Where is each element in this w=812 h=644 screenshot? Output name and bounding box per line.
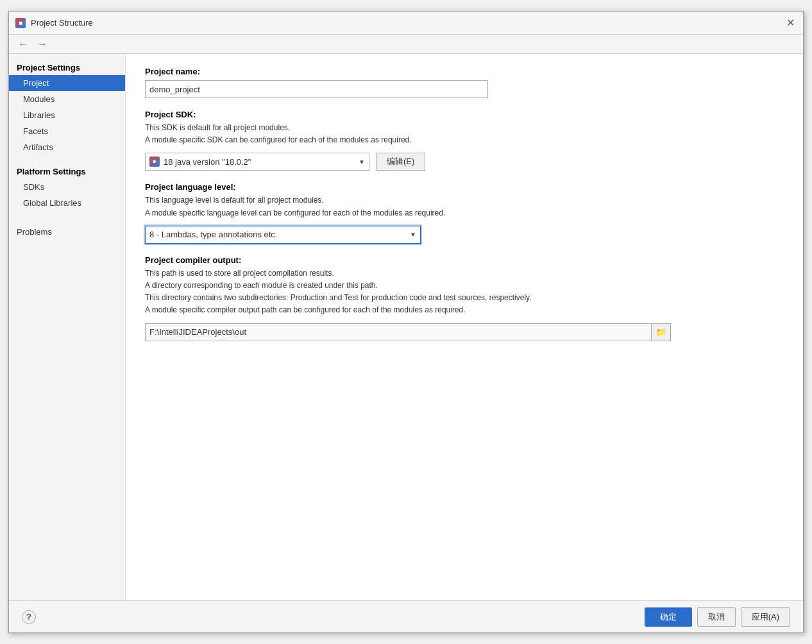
sidebar-item-artifacts[interactable]: Artifacts [9, 139, 125, 155]
body-area: Project Settings Project Modules Librari… [9, 54, 803, 600]
sidebar-item-project[interactable]: Project [9, 75, 125, 91]
apply-button[interactable]: 应用(A) [741, 607, 790, 627]
project-structure-window: ■ Project Structure ✕ ← → Project Settin… [8, 11, 804, 633]
close-button[interactable]: ✕ [784, 17, 797, 30]
sidebar-item-problems[interactable]: Problems [9, 224, 125, 240]
window-title: Project Structure [31, 18, 93, 28]
platform-settings-label: Platform Settings [9, 163, 125, 179]
idea-icon: ■ [15, 18, 26, 28]
compiler-desc-3: This directory contains two subdirectori… [145, 292, 784, 304]
folder-browse-button[interactable]: 📁 [652, 323, 671, 341]
compiler-output-input[interactable] [145, 323, 652, 341]
sidebar-item-libraries[interactable]: Libraries [9, 107, 125, 123]
compiler-desc-4: A module specific compiler output path c… [145, 304, 784, 316]
sdk-value: 18 java version "18.0.2" [164, 157, 251, 167]
compiler-output-row: 📁 [145, 323, 784, 341]
compiler-desc-2: A directory corresponding to each module… [145, 280, 784, 292]
project-settings-label: Project Settings [9, 59, 125, 75]
cancel-button[interactable]: 取消 [697, 607, 736, 627]
lang-desc-1: This language level is default for all p… [145, 194, 784, 207]
sdk-dropdown-arrow: ▼ [359, 158, 365, 165]
sdk-edit-button[interactable]: 编辑(E) [376, 153, 425, 171]
lang-desc-2: A module specific language level can be … [145, 207, 784, 219]
lang-dropdown-arrow: ▼ [410, 231, 416, 238]
title-bar: ■ Project Structure ✕ [9, 12, 803, 35]
main-content: Project name: Project SDK: This SDK is d… [126, 54, 803, 600]
sidebar: Project Settings Project Modules Librari… [9, 54, 126, 600]
lang-value: 8 - Lambdas, type annotations etc. [149, 230, 277, 239]
java-sdk-icon: ■ [149, 157, 160, 167]
sidebar-item-global-libraries[interactable]: Global Libraries [9, 195, 125, 211]
nav-bar: ← → [9, 35, 803, 54]
sidebar-item-sdks[interactable]: SDKs [9, 179, 125, 195]
project-name-label: Project name: [145, 67, 784, 76]
sidebar-item-facets[interactable]: Facets [9, 123, 125, 139]
forward-button[interactable]: → [35, 38, 50, 50]
footer-left: ? [22, 610, 36, 624]
help-button[interactable]: ? [22, 610, 36, 624]
confirm-button[interactable]: 确定 [645, 607, 692, 627]
sdk-desc-2: A module specific SDK can be configured … [145, 134, 784, 146]
sdk-section-title: Project SDK: [145, 110, 784, 119]
lang-section-title: Project language level: [145, 182, 784, 192]
compiler-section-title: Project compiler output: [145, 255, 784, 265]
compiler-desc-1: This path is used to store all project c… [145, 267, 784, 280]
sdk-select[interactable]: ■ 18 java version "18.0.2" ▼ [145, 153, 369, 171]
sdk-select-inner: ■ 18 java version "18.0.2" [149, 157, 251, 167]
sidebar-item-modules[interactable]: Modules [9, 91, 125, 107]
title-bar-left: ■ Project Structure [15, 18, 93, 28]
footer-right: 确定 取消 应用(A) [645, 607, 790, 627]
project-name-input[interactable] [145, 80, 488, 98]
sdk-row: ■ 18 java version "18.0.2" ▼ 编辑(E) [145, 153, 784, 171]
sdk-desc-1: This SDK is default for all project modu… [145, 122, 784, 134]
back-button[interactable]: ← [15, 38, 31, 50]
footer: ? 确定 取消 应用(A) [9, 600, 803, 632]
lang-level-select[interactable]: 8 - Lambdas, type annotations etc. ▼ [145, 226, 421, 244]
